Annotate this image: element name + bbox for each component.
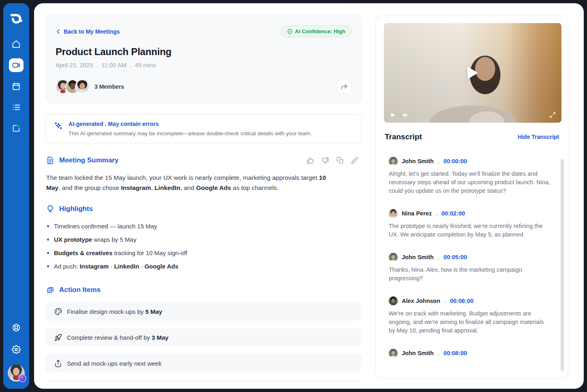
speaker-name: John Smith (402, 254, 434, 260)
home-icon (12, 40, 21, 49)
forward-share-icon (341, 83, 348, 90)
meeting-video-player[interactable] (384, 23, 561, 123)
transcript-text: Alright, let’s get started. Today we'll … (389, 170, 551, 195)
highlight-item: Timelines confirmed — launch 15 May (47, 219, 362, 233)
action-items-section-header: Action Items (45, 286, 362, 294)
meeting-date: April 23, 2025 (56, 62, 93, 68)
sidebar-item-help[interactable] (9, 321, 24, 334)
transcript-text: Thanks, Nina. Alex, how is the marketing… (389, 266, 551, 283)
sidebar-item-tasks[interactable] (9, 121, 24, 135)
meeting-duration: 45 mins (135, 62, 156, 68)
meeting-header-card: Back to My Meetings AI Confidence: High … (45, 15, 362, 103)
transcript-entry: John Smith . 00:08:00 (389, 349, 551, 362)
sidebar-item-meetings[interactable] (9, 58, 24, 72)
speaker-avatar (389, 349, 398, 358)
bullet-icon (47, 252, 49, 254)
summary-section-header: Meeting Summary (45, 156, 362, 164)
calendar-icon (12, 82, 21, 91)
play-overlay-icon[interactable] (467, 66, 478, 79)
settings-icon (12, 345, 21, 354)
play-icon[interactable] (390, 112, 396, 118)
speaker-avatar (389, 209, 398, 218)
back-link-label: Back to My Meetings (64, 28, 120, 35)
speaker-name: Nina Perez (402, 210, 432, 217)
ai-disclaimer-body: This AI-generated summary may be incompl… (69, 130, 312, 136)
app-logo[interactable] (9, 11, 24, 26)
highlights-heading: Highlights (59, 205, 93, 213)
speaker-name: Alex Johnson (402, 298, 440, 304)
transcript-heading: Transcript (385, 132, 422, 141)
transcript-text: We're on track with marketing. Budget ad… (389, 309, 551, 335)
action-item-row[interactable]: Send ad mock-ups early next week (45, 354, 362, 373)
sidebar-item-settings[interactable] (9, 343, 24, 356)
ai-confidence-label: AI Confidence: High (295, 28, 345, 34)
sidebar-item-calendar[interactable] (9, 79, 24, 93)
highlights-list: Timelines confirmed — launch 15 May UX p… (45, 219, 362, 273)
help-icon (12, 323, 21, 332)
transcript-list: John Smith . 00:00:00 Alright, let’s get… (389, 157, 551, 372)
summary-heading: Meeting Summary (59, 156, 118, 164)
transcript-timestamp[interactable]: 00:02:00 (441, 210, 465, 217)
upload-icon (54, 360, 62, 367)
highlight-item: Budgets & creatives tracking for 10 May … (47, 246, 362, 260)
hide-transcript-link[interactable]: Hide Transcript (518, 134, 559, 140)
thumbs-down-icon[interactable] (321, 157, 329, 164)
summary-paragraph: The team locked the 15 May launch, your … (46, 173, 338, 193)
share-button[interactable] (337, 79, 351, 94)
speaker-avatar (389, 253, 398, 262)
meeting-detail-panel: Back to My Meetings AI Confidence: High … (45, 15, 362, 382)
transcript-entry: Nina Perez . 00:02:00 The prototype is n… (389, 209, 551, 239)
highlight-item: Ad push: Instagram · LinkedIn · Google A… (47, 260, 362, 273)
bullet-icon (47, 239, 49, 241)
video-transcript-panel: Transcript Hide Transcript John Smith . … (375, 15, 568, 379)
bullet-icon (47, 265, 49, 267)
main-window: Back to My Meetings AI Confidence: High … (34, 3, 584, 389)
action-items-icon (46, 286, 54, 294)
document-icon (46, 156, 54, 164)
action-item-row[interactable]: Complete review & hand-off by 3 May (45, 328, 362, 347)
copy-icon[interactable] (336, 157, 344, 164)
user-avatar[interactable] (8, 364, 25, 381)
tasks-status-icon (12, 124, 21, 133)
list-icon (12, 103, 21, 112)
fullscreen-icon[interactable] (549, 112, 556, 118)
thumbs-up-icon[interactable] (306, 157, 314, 164)
transcript-entry: John Smith . 00:00:00 Alright, let’s get… (389, 157, 551, 195)
back-to-meetings-link[interactable]: Back to My Meetings (56, 28, 120, 35)
speaker-avatar (389, 296, 398, 305)
action-items-list: Finalise design mock-ups by 5 May Comple… (45, 302, 362, 373)
speaker-name: John Smith (402, 158, 434, 164)
sidebar-item-lists[interactable] (9, 100, 24, 114)
members-count-label: 3 Members (94, 83, 124, 90)
edit-icon[interactable] (351, 157, 358, 164)
ai-disclaimer-card: AI-generated . May contain errors This A… (45, 114, 362, 143)
lightbulb-icon (46, 205, 54, 213)
transcript-entry: John Smith . 00:05:00 Thanks, Nina. Alex… (389, 253, 551, 283)
palette-icon (54, 308, 62, 315)
sparkles-icon (54, 121, 63, 136)
video-meetings-icon (12, 61, 21, 70)
ai-confidence-badge: AI Confidence: High (281, 26, 351, 37)
shield-check-icon (287, 29, 293, 34)
user-status-badge (18, 374, 26, 382)
transcript-scrollbar[interactable] (561, 159, 564, 371)
transcript-entry: Alex Johnson . 00:06:00 We're on track w… (389, 296, 551, 335)
chevron-left-icon (56, 29, 61, 34)
highlights-section-header: Highlights (45, 205, 362, 213)
transcript-timestamp[interactable]: 00:08:00 (443, 350, 467, 356)
sidebar-item-home[interactable] (9, 37, 24, 51)
page-title: Product Launch Planning (56, 46, 351, 58)
action-item-row[interactable]: Finalise design mock-ups by 5 May (45, 302, 362, 321)
ai-disclaimer-title: AI-generated . May contain errors (69, 121, 312, 127)
speaker-avatar (389, 157, 398, 166)
highlight-item: UX prototype wraps by 5 May (47, 233, 362, 246)
transcript-timestamp[interactable]: 00:05:00 (443, 254, 467, 260)
volume-icon[interactable] (402, 111, 409, 119)
meeting-time: 11:00 AM (101, 62, 126, 68)
sidebar (3, 3, 29, 389)
transcript-timestamp[interactable]: 00:00:00 (443, 158, 467, 164)
rocket-icon (54, 334, 62, 341)
action-item-row-partial[interactable] (45, 380, 362, 382)
action-items-heading: Action Items (59, 286, 101, 294)
transcript-timestamp[interactable]: 00:06:00 (450, 298, 473, 304)
